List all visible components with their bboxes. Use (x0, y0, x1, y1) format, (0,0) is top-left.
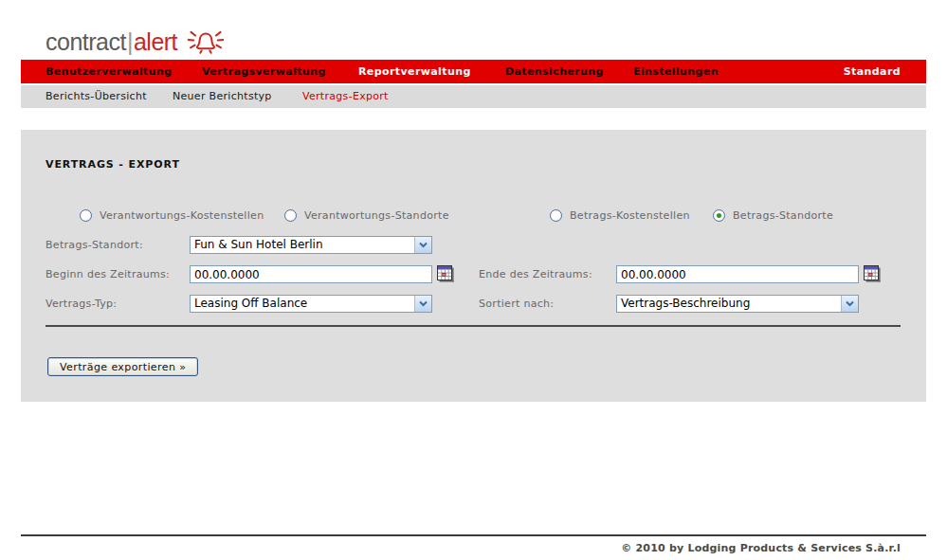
chevron-down-icon[interactable] (841, 296, 858, 312)
subnav-item-neuer-berichtstyp[interactable]: Neuer Berichtstyp (173, 85, 272, 108)
betrags-standort-label: Betrags-Standort: (46, 236, 143, 254)
vertraege-exportieren-button[interactable]: Verträge exportieren » (47, 357, 198, 376)
subnav-item-vertrags-export[interactable]: Vertrags-Export (302, 85, 389, 108)
sortiert-nach-label: Sortiert nach: (479, 295, 554, 313)
beginn-zeitraum-label: Beginn des Zeitraums: (46, 265, 170, 283)
radio-label: Betrags-Standorte (733, 209, 833, 222)
radio-label: Verantwortungs-Kostenstellen (100, 209, 264, 222)
main-navbar: Benutzerverwaltung Vertragsverwaltung Re… (21, 60, 926, 83)
nav-user-role-standard[interactable]: Standard (844, 60, 901, 83)
app-logo-text: contract|alert (46, 27, 177, 56)
ende-zeitraum-label: Ende des Zeitraums: (479, 265, 592, 283)
vertrags-export-panel: VERTRAGS - EXPORT Verantwortungs-Kostens… (21, 130, 926, 402)
select-selected-value: Leasing Off Balance (191, 296, 414, 312)
ende-zeitraum-input[interactable] (616, 265, 859, 283)
app-logo: contract|alert (46, 23, 226, 61)
chevron-down-icon[interactable] (414, 237, 431, 253)
beginn-zeitraum-input[interactable] (190, 265, 432, 283)
sortiert-nach-select[interactable]: Vertrags-Beschreibung (616, 295, 859, 313)
calendar-icon[interactable] (864, 265, 881, 282)
select-selected-value: Vertrags-Beschreibung (617, 296, 841, 312)
radio-label: Betrags-Kostenstellen (570, 209, 690, 222)
page-title: VERTRAGS - EXPORT (46, 158, 180, 171)
radio-button-icon[interactable] (80, 209, 92, 222)
radio-verantwortungs-kostenstellen[interactable]: Verantwortungs-Kostenstellen (80, 209, 264, 222)
logo-part-contract: contract (46, 28, 126, 55)
radio-button-icon[interactable] (550, 209, 562, 222)
radio-button-icon[interactable] (713, 209, 725, 222)
subnav-item-berichts-uebersicht[interactable]: Berichts-Übersicht (46, 85, 147, 108)
radio-label: Verantwortungs-Standorte (304, 209, 449, 222)
alarm-bell-icon (186, 25, 226, 61)
calendar-icon[interactable] (437, 265, 454, 282)
betrags-standort-select[interactable]: Fun & Sun Hotel Berlin (190, 236, 432, 254)
select-selected-value: Fun & Sun Hotel Berlin (191, 237, 414, 253)
vertrags-typ-select[interactable]: Leasing Off Balance (190, 295, 432, 313)
chevron-down-icon[interactable] (414, 296, 431, 312)
vertrags-typ-label: Vertrags-Typ: (46, 295, 117, 313)
nav-item-reportverwaltung[interactable]: Reportverwaltung (358, 60, 471, 83)
nav-item-datensicherung[interactable]: Datensicherung (505, 60, 604, 83)
radio-verantwortungs-standorte[interactable]: Verantwortungs-Standorte (284, 209, 449, 222)
radio-betrags-standorte[interactable]: Betrags-Standorte (713, 209, 833, 222)
form-divider (46, 325, 901, 327)
radio-button-icon[interactable] (284, 209, 297, 222)
footer-copyright: © 2010 by Lodging Products & Services S.… (621, 542, 901, 554)
nav-item-benutzerverwaltung[interactable]: Benutzerverwaltung (46, 60, 172, 83)
radio-betrags-kostenstellen[interactable]: Betrags-Kostenstellen (550, 209, 690, 222)
footer-divider (21, 534, 926, 536)
nav-item-vertragsverwaltung[interactable]: Vertragsverwaltung (202, 60, 326, 83)
sub-navbar: Berichts-Übersicht Neuer Berichtstyp Ver… (21, 85, 926, 108)
logo-part-alert: alert (134, 28, 177, 55)
logo-separator: | (126, 28, 134, 55)
nav-item-einstellungen[interactable]: Einstellungen (633, 60, 719, 83)
